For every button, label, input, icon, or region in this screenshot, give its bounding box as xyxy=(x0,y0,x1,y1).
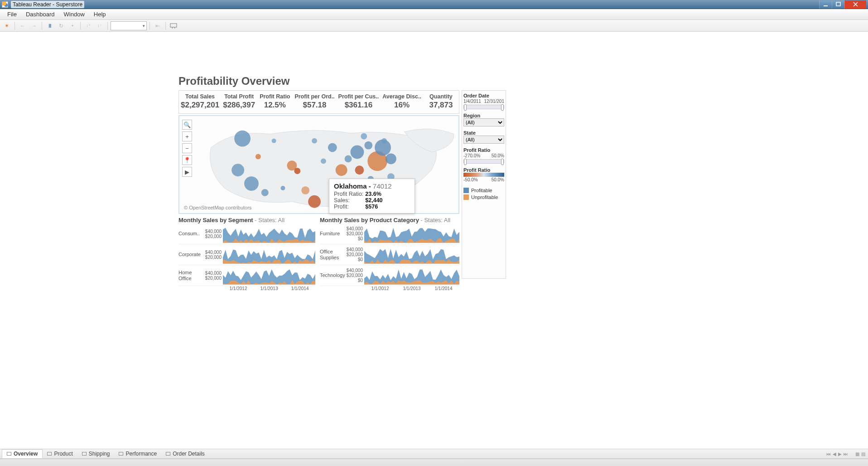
statusbar xyxy=(0,459,868,466)
row-label: Consum.. xyxy=(178,231,205,237)
dashboard-canvas: Profitability Overview Total Sales$2,297… xyxy=(0,32,868,449)
tabs-button[interactable]: ▤ xyxy=(861,451,865,456)
minimize-button[interactable] xyxy=(819,0,832,9)
profit-ratio-slider[interactable] xyxy=(463,159,504,164)
svg-point-18 xyxy=(355,165,364,175)
map[interactable]: 🔍 + − 📍 ▶ © OpenStreetMap contributors O… xyxy=(178,115,459,214)
mini-chart[interactable] xyxy=(364,225,459,243)
back-button[interactable]: ← xyxy=(18,21,28,30)
map-search-button[interactable]: 🔍 xyxy=(182,120,192,130)
svg-point-8 xyxy=(281,186,285,190)
tab-overview[interactable]: Overview xyxy=(2,449,43,458)
map-pin-button[interactable]: 📍 xyxy=(182,155,192,165)
svg-point-5 xyxy=(244,176,259,191)
menu-file[interactable]: File xyxy=(3,10,21,19)
tooltip-key: Profit Ratio: xyxy=(334,191,365,197)
order-date-slider[interactable] xyxy=(463,105,504,109)
mini-chart[interactable] xyxy=(223,246,315,264)
chart-row: Corporate$40,000$20,000 xyxy=(178,244,315,265)
menu-window[interactable]: Window xyxy=(59,10,89,19)
sort-desc-button[interactable]: ↕⁻ xyxy=(95,21,105,30)
filter-state-select[interactable]: (All) xyxy=(463,136,504,144)
map-more-button[interactable]: ▶ xyxy=(182,167,192,177)
svg-point-31 xyxy=(381,138,387,144)
maximize-button[interactable] xyxy=(832,0,844,9)
svg-point-7 xyxy=(256,154,261,159)
kpi-label: Profit per Ord.. xyxy=(294,93,334,100)
row-label: Corporate xyxy=(178,252,205,257)
x-tick: 1/1/2012 xyxy=(230,286,247,291)
chart-row: Office Supplies$40,000$20,000$0 xyxy=(320,244,459,265)
filter-region-select[interactable]: (All) xyxy=(463,118,504,126)
prev-sheet-button[interactable]: ◀ xyxy=(833,451,836,456)
svg-point-19 xyxy=(364,141,372,150)
kpi-row: Total Sales$2,297,201 Total Profit$286,3… xyxy=(178,90,459,114)
mini-chart[interactable] xyxy=(223,225,315,243)
filter-order-date[interactable]: Order Date 1/4/201112/31/201 xyxy=(463,93,504,109)
sheet-tabs: Overview Product Shipping Performance Or… xyxy=(0,449,868,459)
svg-point-14 xyxy=(328,143,337,152)
x-tick: 1/1/2014 xyxy=(435,286,453,291)
zoom-combo[interactable]: ▾ xyxy=(111,21,147,30)
row-label: Office Supplies xyxy=(320,249,346,260)
refresh-dropdown[interactable]: ▾ xyxy=(68,21,77,30)
svg-point-12 xyxy=(308,195,321,208)
kpi-value: $286,397 xyxy=(223,101,255,110)
chart-row: Furniture$40,000$20,000$0 xyxy=(320,223,459,244)
x-tick: 1/1/2014 xyxy=(291,286,309,291)
dashboard-icon xyxy=(119,452,123,456)
kpi-value: $361.16 xyxy=(338,101,379,110)
tab-order-details[interactable]: Order Details xyxy=(161,450,209,458)
forward-button[interactable]: → xyxy=(29,21,39,30)
segment-chart-title: Monthly Sales by Segment - States: All xyxy=(178,217,315,223)
row-label: Furniture xyxy=(320,231,346,237)
next-sheet-button[interactable]: ▶ xyxy=(838,451,842,456)
mini-chart[interactable] xyxy=(223,267,315,285)
menubar: File Dashboard Window Help xyxy=(0,9,868,20)
svg-point-16 xyxy=(345,155,352,162)
pause-button[interactable]: ⏸ xyxy=(45,21,55,30)
x-tick: 1/1/2012 xyxy=(371,286,389,291)
y-ticks: $40,000$20,000 xyxy=(205,250,223,260)
kpi-label: Profit Ratio xyxy=(259,93,291,100)
kpi-label: Quantity xyxy=(425,93,457,100)
svg-point-30 xyxy=(361,133,367,140)
x-tick: 1/1/2013 xyxy=(403,286,421,291)
kpi-label: Total Sales xyxy=(181,93,219,100)
svg-point-13 xyxy=(321,158,326,164)
app-icon xyxy=(2,1,8,8)
chart-row: Home Office$40,000$20,000 xyxy=(178,265,315,286)
y-ticks: $40,000$20,000$0 xyxy=(346,268,364,283)
first-sheet-button[interactable]: ⏮ xyxy=(826,451,831,456)
map-tooltip: Oklahoma - 74012 Profit Ratio:23.6% Sale… xyxy=(329,179,415,214)
svg-rect-2 xyxy=(170,24,177,27)
dashboard-icon xyxy=(82,452,87,456)
map-zoom-in-button[interactable]: + xyxy=(182,131,192,141)
menu-dashboard[interactable]: Dashboard xyxy=(21,10,59,19)
fit-button[interactable]: ⇤ xyxy=(153,21,163,30)
mini-chart[interactable] xyxy=(364,246,459,264)
dashboard-icon xyxy=(7,452,11,456)
tooltip-key: Profit: xyxy=(334,204,365,210)
tooltip-val: 23.6% xyxy=(365,191,384,197)
map-zoom-out-button[interactable]: − xyxy=(182,143,192,153)
mini-chart[interactable] xyxy=(364,267,459,285)
tab-product[interactable]: Product xyxy=(43,450,77,458)
presentation-mode-button[interactable] xyxy=(169,21,178,30)
last-sheet-button[interactable]: ⏭ xyxy=(844,451,848,456)
svg-point-27 xyxy=(312,138,317,144)
legend-profit-ratio-label: Profit Ratio xyxy=(463,167,504,173)
filmstrip-button[interactable]: ▦ xyxy=(855,451,859,456)
refresh-button[interactable]: ↻ xyxy=(56,21,66,30)
menu-help[interactable]: Help xyxy=(89,10,111,19)
tooltip-title: Oklahoma - xyxy=(334,182,371,190)
tab-shipping[interactable]: Shipping xyxy=(77,450,115,458)
dashboard-title: Profitability Overview xyxy=(178,75,508,87)
kpi-label: Profit per Cus.. xyxy=(338,93,379,100)
tableau-logo-icon: ✶ xyxy=(2,21,12,30)
y-ticks: $40,000$20,000 xyxy=(205,229,223,239)
svg-point-10 xyxy=(294,168,300,174)
tab-performance[interactable]: Performance xyxy=(114,450,161,458)
sort-asc-button[interactable]: ↕⁺ xyxy=(83,21,93,30)
close-button[interactable] xyxy=(844,0,866,9)
